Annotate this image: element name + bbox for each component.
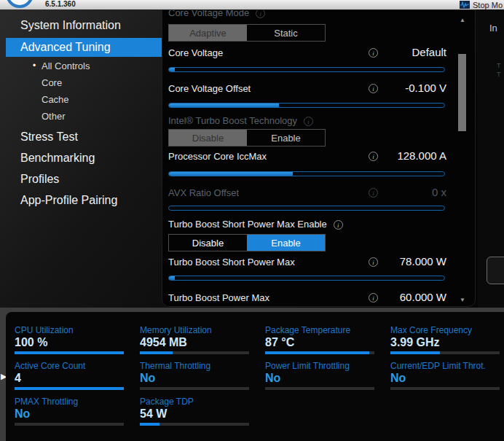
monitor-tile-power-limit-throttling: Power Limit Throttling No bbox=[265, 361, 390, 397]
monitor-value: 54 W bbox=[140, 407, 265, 421]
processor-core-iccmax-slider[interactable] bbox=[168, 171, 445, 176]
right-side-panel: In T T bbox=[478, 9, 504, 308]
monitor-tile-package-tdp: Package TDP 54 W bbox=[140, 397, 265, 432]
enable-option[interactable]: Enable bbox=[247, 130, 325, 146]
turbo-boost-technology-toggle: Disable Enable bbox=[168, 129, 326, 147]
monitor-value: No bbox=[140, 372, 265, 385]
monitor-tile-active-core-count: Active Core Count 4 bbox=[15, 361, 140, 397]
processor-core-iccmax-value[interactable]: 128.000 A bbox=[397, 149, 446, 162]
core-voltage-label: Core Voltage bbox=[168, 47, 223, 58]
monitor-value: No bbox=[15, 407, 140, 421]
sidebar-item-system-information[interactable]: System Information bbox=[20, 19, 121, 32]
sidebar-item-stress-test[interactable]: Stress Test bbox=[20, 130, 78, 144]
sidebar-item-advanced-tuning[interactable]: Advanced Tuning bbox=[6, 38, 162, 57]
turbo-boost-short-power-max-row: Turbo Boost Short Power Max i 78.000 W bbox=[162, 255, 476, 270]
monitor-value: 4 bbox=[15, 372, 140, 385]
right-panel-button[interactable] bbox=[487, 257, 504, 284]
core-voltage-offset-label: Core Voltage Offset bbox=[168, 83, 251, 94]
info-icon[interactable]: i bbox=[369, 84, 378, 93]
sidebar-item-profiles[interactable]: Profiles bbox=[20, 173, 59, 186]
info-icon[interactable]: i bbox=[369, 257, 378, 267]
monitor-label: Active Core Count bbox=[15, 361, 131, 371]
monitor-label: Package TDP bbox=[140, 397, 256, 407]
monitor-bar bbox=[390, 387, 500, 390]
monitor-bar bbox=[140, 387, 249, 390]
avx-ratio-offset-row: AVX Ratio Offset i 0 x bbox=[162, 186, 476, 200]
monitor-value: 100 % bbox=[15, 336, 140, 349]
monitor-value: No bbox=[265, 372, 390, 385]
monitor-label: Power Limit Throttling bbox=[265, 361, 382, 371]
core-voltage-row: Core Voltage i Default bbox=[162, 46, 476, 61]
core-voltage-slider-fill bbox=[169, 68, 175, 71]
turbo-boost-short-power-max-enable-text: Turbo Boost Short Power Max Enable bbox=[168, 219, 327, 230]
turbo-boost-power-max-row: Turbo Boost Power Max i 60.000 W bbox=[162, 291, 476, 305]
right-panel-heading: In bbox=[489, 23, 497, 34]
monitor-bar bbox=[15, 423, 124, 426]
info-icon[interactable]: i bbox=[256, 9, 265, 18]
monitor-tile-cpu-utilization: CPU Utilization 100 % bbox=[15, 325, 140, 361]
sidebar-item-other[interactable]: Other bbox=[42, 111, 66, 122]
core-voltage-offset-row: Core Voltage Offset i -0.100 V bbox=[162, 82, 476, 96]
sidebar-item-all-controls[interactable]: •All Controls bbox=[42, 61, 90, 71]
monitor-grid: CPU Utilization 100 % Memory Utilization… bbox=[15, 325, 504, 432]
monitor-bar bbox=[265, 387, 374, 390]
monitor-label: Current/EDP Limit Throt. bbox=[390, 361, 504, 371]
turbo-boost-short-power-max-value[interactable]: 78.000 W bbox=[400, 255, 446, 268]
avx-ratio-offset-label: AVX Ratio Offset bbox=[168, 187, 239, 198]
enable-option[interactable]: Enable bbox=[247, 235, 325, 251]
active-subitem-bullet-icon: • bbox=[33, 61, 36, 71]
stop-monitoring-button[interactable]: Stop Mo bbox=[460, 0, 504, 9]
info-icon[interactable]: i bbox=[369, 293, 378, 303]
monitor-label: PMAX Throttling bbox=[15, 397, 131, 407]
disable-option[interactable]: Disable bbox=[169, 130, 247, 146]
monitoring-panel: CPU Utilization 100 % Memory Utilization… bbox=[6, 312, 504, 441]
turbo-boost-short-power-max-label: Turbo Boost Short Power Max bbox=[168, 257, 295, 268]
info-icon[interactable]: i bbox=[334, 220, 343, 230]
monitor-value: No bbox=[390, 372, 504, 385]
app-window: 6.5.1.360 Stop Mo System Information Adv… bbox=[0, 0, 504, 441]
processor-core-iccmax-slider-fill bbox=[169, 172, 293, 176]
monitor-value: 87 °C bbox=[265, 336, 390, 349]
disable-option[interactable]: Disable bbox=[169, 235, 247, 251]
core-voltage-mode-text: Core Voltage Mode bbox=[168, 9, 249, 18]
right-panel-tiny-label: T bbox=[497, 62, 501, 69]
sidebar-item-app-profile-pairing[interactable]: App-Profile Pairing bbox=[20, 194, 117, 207]
core-voltage-slider[interactable] bbox=[168, 67, 445, 72]
core-voltage-offset-value[interactable]: -0.100 V bbox=[405, 82, 446, 94]
sidebar-item-all-controls-label: All Controls bbox=[42, 61, 90, 71]
info-icon[interactable]: i bbox=[304, 117, 313, 126]
turbo-boost-power-max-value[interactable]: 60.000 W bbox=[400, 291, 446, 303]
turbo-boost-power-max-label: Turbo Boost Power Max bbox=[168, 292, 269, 303]
info-icon[interactable]: i bbox=[369, 152, 378, 161]
turbo-boost-short-power-max-slider-fill bbox=[169, 276, 175, 280]
monitor-bar-fill bbox=[15, 351, 124, 354]
scroll-down-icon[interactable]: ▼ bbox=[459, 297, 466, 303]
monitor-label: Thermal Throttling bbox=[140, 361, 256, 371]
stop-monitoring-label: Stop Mo bbox=[473, 1, 503, 9]
sidebar-item-cache[interactable]: Cache bbox=[42, 94, 69, 105]
monitor-bar-fill bbox=[390, 351, 440, 354]
panel-scrollbar[interactable]: ▲ ▼ bbox=[457, 17, 468, 303]
monitor-label: Max Core Frequency bbox=[390, 325, 504, 335]
core-voltage-offset-slider[interactable] bbox=[168, 103, 445, 108]
turbo-boost-short-power-max-slider[interactable] bbox=[168, 276, 445, 281]
title-bar: 6.5.1.360 Stop Mo bbox=[0, 0, 504, 9]
scroll-up-icon[interactable]: ▲ bbox=[459, 17, 466, 23]
turbo-boost-short-power-max-enable-label: Turbo Boost Short Power Max Enablei bbox=[168, 219, 343, 230]
scrollbar-thumb[interactable] bbox=[458, 54, 466, 131]
static-option[interactable]: Static bbox=[247, 25, 325, 41]
core-voltage-value[interactable]: Default bbox=[412, 46, 446, 58]
info-icon[interactable]: i bbox=[369, 48, 378, 58]
waveform-icon bbox=[460, 1, 470, 9]
turbo-boost-technology-text: Intel® Turbo Boost Technology bbox=[168, 115, 297, 126]
sidebar-item-benchmarking[interactable]: Benchmarking bbox=[20, 152, 95, 165]
sidebar-item-core[interactable]: Core bbox=[42, 77, 62, 88]
main-area: System Information Advanced Tuning •All … bbox=[0, 9, 504, 308]
monitor-bar-fill bbox=[140, 351, 173, 354]
intel-xtu-logo-icon bbox=[6, 0, 34, 8]
adaptive-option[interactable]: Adaptive bbox=[169, 25, 247, 41]
monitor-bar-fill bbox=[140, 423, 160, 426]
monitor-label: Package Temperature bbox=[265, 325, 382, 335]
turbo-boost-technology-label: Intel® Turbo Boost Technologyi bbox=[168, 115, 313, 126]
turbo-boost-short-power-max-enable-toggle: Disable Enable bbox=[168, 234, 326, 251]
